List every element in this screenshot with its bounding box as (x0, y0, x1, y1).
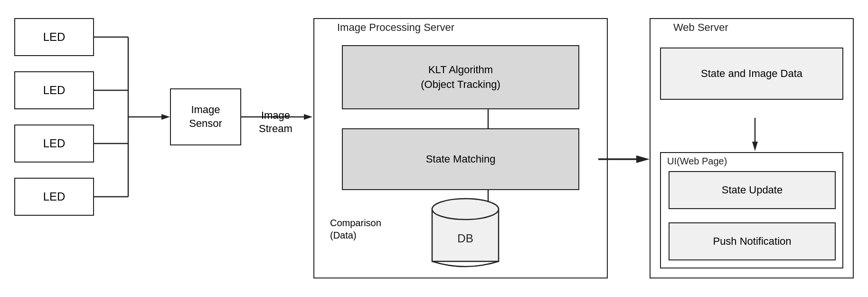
db-cylinder: DB (427, 195, 503, 276)
image-sensor-label: Image Sensor (189, 103, 222, 130)
comparison-data-label: Comparison (Data) (330, 204, 381, 241)
push-notification-box: Push Notification (669, 222, 836, 260)
svg-point-18 (432, 199, 499, 220)
klt-algorithm-label: KLT Algorithm (Object Tracking) (421, 63, 500, 92)
led-box-2: LED (14, 71, 94, 109)
state-update-box: State Update (669, 171, 836, 209)
diagram: LED LED LED LED Image Sensor Image Strea… (0, 0, 868, 297)
svg-marker-8 (304, 114, 312, 120)
image-processing-server-label: Image Processing Server (337, 21, 454, 34)
led-box-1: LED (14, 18, 94, 56)
led-box-4: LED (14, 178, 94, 216)
web-server-label: Web Server (673, 21, 728, 34)
image-stream-label: Image Stream (259, 95, 292, 136)
ui-web-page-label: UI(Web Page) (667, 156, 727, 167)
state-matching-box: State Matching (342, 128, 579, 190)
svg-marker-6 (161, 114, 170, 120)
klt-algorithm-box: KLT Algorithm (Object Tracking) (342, 45, 579, 109)
state-image-data-box: State and Image Data (660, 48, 843, 100)
led-box-3: LED (14, 125, 94, 163)
svg-marker-14 (636, 155, 650, 163)
svg-text:DB: DB (457, 232, 473, 245)
image-sensor-box: Image Sensor (170, 88, 241, 145)
